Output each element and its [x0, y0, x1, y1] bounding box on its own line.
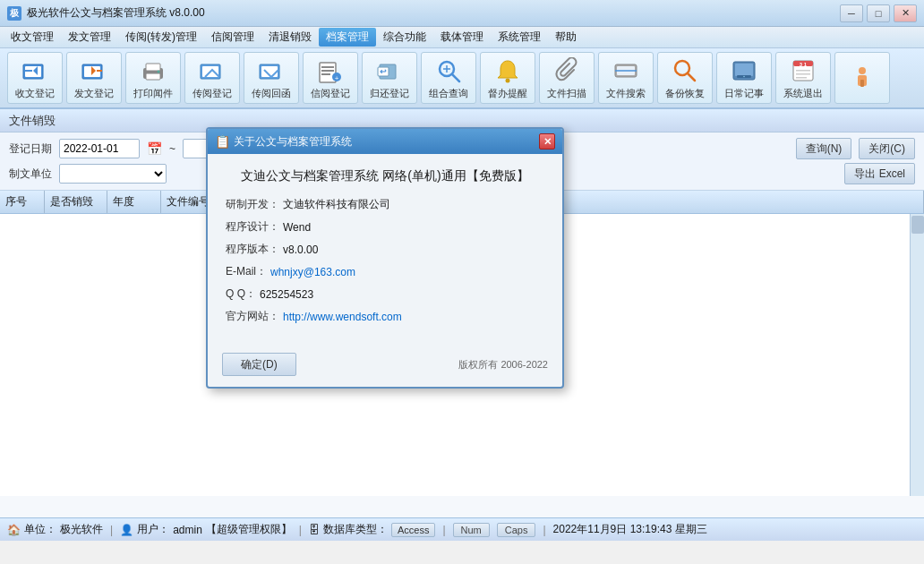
print-icon: >: [139, 56, 167, 85]
tool-search-label: 备份恢复: [665, 88, 705, 99]
svg-line-26: [452, 74, 459, 81]
tool-backup[interactable]: 日常记事: [716, 52, 772, 104]
app-icon: 极: [7, 6, 21, 21]
receive-reg-icon: [21, 56, 49, 85]
qq-label: Q Q：: [226, 286, 256, 302]
tool-forward-recv-label: 传阅回函: [252, 88, 291, 99]
tool-forward-recv[interactable]: 传阅回函: [244, 52, 299, 104]
maximize-button[interactable]: □: [867, 4, 890, 22]
tool-combine-query[interactable]: 组合查询: [421, 52, 476, 104]
tool-print[interactable]: > 打印闻件: [125, 52, 181, 104]
developer-label: 研制开发：: [226, 197, 279, 212]
tool-reminder-label: 督办提醒: [488, 88, 527, 99]
menu-receive[interactable]: 收文管理: [4, 28, 61, 47]
menu-general[interactable]: 综合功能: [376, 28, 433, 47]
tool-send-reg-label: 发文登记: [74, 88, 114, 99]
svg-point-11: [158, 70, 160, 73]
dialog-website-row: 官方网站： http://www.wendsoft.com: [226, 309, 544, 324]
menu-archive[interactable]: 档案管理: [319, 28, 376, 47]
menu-send[interactable]: 发文管理: [61, 28, 118, 47]
reminder-icon: [493, 56, 522, 85]
dialog-designer-row: 程序设计： Wend: [226, 219, 544, 235]
tool-exit[interactable]: [834, 52, 890, 104]
svg-point-38: [743, 76, 745, 78]
tool-send-reg[interactable]: 发文登记: [66, 52, 122, 104]
inbox-reg-icon: +: [316, 56, 345, 85]
tool-backup-label: 日常记事: [724, 88, 764, 99]
tool-diary[interactable]: 3 1 系统退出: [775, 52, 831, 104]
designer-value: Wend: [283, 221, 311, 234]
tool-attach-label: 文件扫描: [547, 88, 586, 99]
dialog-overlay: 📋 关于公文与档案管理系统 ✕ 文迪公文与档案管理系统 网络(单机)通用【免费版…: [0, 109, 924, 541]
toolbar: 收文登记 发文登记 > 打印闻件 传阅登记 传阅回函 + 信阅登记 ↩ 归还登记: [0, 48, 924, 109]
search-icon: [671, 56, 699, 85]
developer-value: 文迪软件科技有限公司: [283, 197, 390, 212]
svg-rect-42: [796, 70, 810, 72]
dialog-developer-row: 研制开发： 文迪软件科技有限公司: [226, 197, 544, 212]
about-dialog: 📋 关于公文与档案管理系统 ✕ 文迪公文与档案管理系统 网络(单机)通用【免费版…: [206, 127, 564, 389]
dialog-title-text: 📋 关于公文与档案管理系统: [215, 134, 352, 150]
scan-icon: [612, 56, 640, 85]
dialog-footer: 确定(D) 版权所有 2006-2022: [208, 346, 562, 387]
tool-return-reg[interactable]: ↩ 归还登记: [362, 52, 417, 104]
dialog-copyright: 版权所有 2006-2022: [458, 358, 548, 372]
title-bar-controls: ─ □ ✕: [840, 4, 917, 22]
tool-scan[interactable]: 文件搜索: [598, 52, 654, 104]
version-value: v8.0.00: [283, 244, 318, 256]
designer-label: 程序设计：: [226, 219, 279, 235]
content-area: 文件销毁 登记日期 📅 ~ 查询(N) 关闭(: [0, 109, 924, 541]
tool-combine-query-label: 组合查询: [429, 88, 468, 99]
menu-media[interactable]: 载体管理: [433, 28, 491, 47]
exit-icon: [848, 63, 877, 91]
svg-line-34: [688, 73, 695, 81]
website-label: 官方网站：: [226, 309, 279, 324]
dialog-email-row: E-Mail： whnjxy@163.com: [226, 264, 544, 279]
tool-search[interactable]: 备份恢复: [657, 52, 713, 104]
tool-attach[interactable]: 文件扫描: [539, 52, 595, 104]
svg-rect-18: [321, 70, 334, 72]
diary-icon: 3 1: [789, 56, 817, 85]
dialog-body: 文迪公文与档案管理系统 网络(单机)通用【免费版】 研制开发： 文迪软件科技有限…: [208, 154, 562, 346]
email-value[interactable]: whnjxy@163.com: [270, 266, 355, 278]
tool-print-label: 打印闻件: [133, 88, 173, 99]
dialog-title-bar: 📋 关于公文与档案管理系统 ✕: [208, 129, 562, 154]
minimize-button[interactable]: ─: [840, 4, 863, 22]
app-title: 极光软件公文与档案管理系统 v8.0.00: [27, 5, 205, 21]
website-value[interactable]: http://www.wendsoft.com: [283, 311, 402, 323]
send-reg-icon: [80, 56, 108, 85]
close-window-button[interactable]: ✕: [894, 4, 917, 22]
attach-icon: [552, 56, 581, 85]
return-reg-icon: ↩: [375, 56, 404, 85]
menu-cancel[interactable]: 清退销毁: [261, 28, 319, 47]
tool-forward-reg-label: 传阅登记: [192, 88, 232, 99]
tool-receive-reg-label: 收文登记: [15, 88, 55, 99]
dialog-ok-button[interactable]: 确定(D): [222, 353, 296, 376]
tool-reminder[interactable]: 督办提醒: [480, 52, 535, 104]
menu-system[interactable]: 系统管理: [491, 28, 548, 47]
svg-point-29: [506, 78, 510, 82]
qq-value: 625254523: [260, 288, 313, 301]
menu-bar: 收文管理 发文管理 传阅(转发)管理 信阅管理 清退销毁 档案管理 综合功能 载…: [0, 27, 924, 48]
dialog-version-row: 程序版本： v8.0.00: [226, 242, 544, 257]
tool-forward-reg[interactable]: 传阅登记: [184, 52, 240, 104]
dialog-close-button[interactable]: ✕: [539, 133, 555, 150]
forward-reg-icon: [198, 56, 227, 85]
menu-help[interactable]: 帮助: [548, 28, 584, 47]
svg-rect-7: [97, 70, 102, 72]
tool-inbox-reg[interactable]: + 信阅登记: [303, 52, 358, 104]
svg-rect-44: [796, 77, 807, 79]
tool-receive-reg[interactable]: 收文登记: [7, 52, 63, 104]
svg-rect-47: [860, 80, 864, 87]
svg-point-45: [859, 67, 866, 74]
version-label: 程序版本：: [226, 242, 279, 257]
tool-diary-label: 系统退出: [783, 88, 823, 99]
backup-icon: [730, 56, 758, 85]
svg-rect-10: [146, 73, 160, 80]
menu-forward[interactable]: 传阅(转发)管理: [118, 28, 204, 47]
menu-inbox[interactable]: 信阅管理: [204, 28, 261, 47]
email-label: E-Mail：: [226, 264, 267, 279]
svg-text:3 1: 3 1: [800, 62, 808, 67]
forward-recv-icon: [257, 56, 286, 85]
title-bar: 极 极光软件公文与档案管理系统 v8.0.00 ─ □ ✕: [0, 0, 924, 27]
tool-scan-label: 文件搜索: [606, 88, 646, 99]
